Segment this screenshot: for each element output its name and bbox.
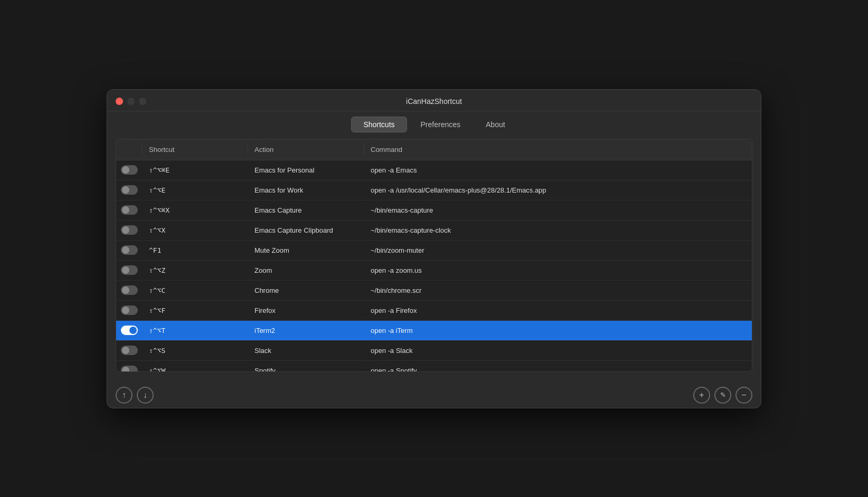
action-cell: Slack: [248, 343, 364, 358]
remove-button[interactable]: −: [735, 387, 752, 404]
window-title: iCanHazShortcut: [406, 97, 462, 106]
toggle-cell: [116, 223, 143, 237]
shortcut-cell: ⇧^⌥S: [143, 343, 248, 358]
close-button[interactable]: [116, 98, 123, 105]
move-up-button[interactable]: ↑: [116, 387, 133, 404]
shortcuts-table: Shortcut Action Command ⇧^⌥⌘EEmacs for P…: [116, 139, 752, 372]
toggle-cell: [116, 203, 143, 217]
title-bar: iCanHazShortcut: [107, 90, 761, 111]
toggle-switch[interactable]: [121, 265, 138, 275]
table-row[interactable]: ⇧^⌥ZZoomopen -a zoom.us: [116, 261, 752, 281]
shortcut-cell: ⇧^⌥Z: [143, 263, 248, 278]
toggle-switch[interactable]: [121, 326, 138, 335]
main-window: iCanHazShortcut Shortcuts Preferences Ab…: [107, 89, 761, 408]
shortcut-cell: ⇧^⌥E: [143, 183, 248, 197]
action-cell: Spotify: [248, 364, 364, 371]
move-down-icon: ↓: [143, 390, 147, 400]
tab-bar: Shortcuts Preferences About: [107, 111, 761, 139]
toggle-switch[interactable]: [121, 185, 138, 195]
command-cell: ~/bin/chrome.scr: [364, 283, 752, 298]
table-row[interactable]: ⇧^⌥SSlackopen -a Slack: [116, 341, 752, 361]
tab-about[interactable]: About: [474, 117, 517, 132]
action-cell: Chrome: [248, 283, 364, 298]
toggle-cell: [116, 323, 143, 337]
col-header-action: Action: [248, 144, 364, 156]
shortcut-cell: ⇧^⌥⌘E: [143, 163, 248, 177]
shortcut-cell: ^F1: [143, 243, 248, 257]
command-cell: open -a Emacs: [364, 163, 752, 177]
table-row[interactable]: ⇧^⌥FFirefoxopen -a Firefox: [116, 301, 752, 321]
table-row[interactable]: ⇧^⌥EEmacs for Workopen -a /usr/local/Cel…: [116, 180, 752, 200]
toggle-cell: [116, 364, 143, 371]
command-cell: ~/bin/emacs-capture: [364, 203, 752, 217]
shortcut-cell: ⇧^⌥X: [143, 223, 248, 237]
action-cell: Firefox: [248, 303, 364, 318]
table-row[interactable]: ⇧^⌥CChrome~/bin/chrome.scr: [116, 281, 752, 301]
maximize-button[interactable]: [139, 98, 146, 105]
command-cell: open -a /usr/local/Cellar/emacs-plus@28/…: [364, 183, 752, 197]
traffic-lights: [116, 98, 146, 105]
toggle-cell: [116, 283, 143, 297]
bottom-bar: ↑ ↓ + ✎ −: [107, 380, 761, 408]
table-body: ⇧^⌥⌘EEmacs for Personalopen -a Emacs⇧^⌥E…: [116, 160, 752, 371]
move-up-icon: ↑: [122, 390, 126, 400]
action-cell: Emacs Capture Clipboard: [248, 223, 364, 237]
remove-icon: −: [741, 390, 746, 400]
table-row[interactable]: ⇧^⌥TiTerm2open -a iTerm: [116, 321, 752, 341]
table-row[interactable]: ⇧^⌥XEmacs Capture Clipboard~/bin/emacs-c…: [116, 221, 752, 241]
toggle-cell: [116, 263, 143, 277]
toggle-cell: [116, 243, 143, 257]
shortcut-cell: ⇧^⌥⌘X: [143, 203, 248, 217]
action-cell: Emacs for Personal: [248, 163, 364, 177]
toggle-switch[interactable]: [121, 165, 138, 175]
command-cell: ~/bin/emacs-capture-clock: [364, 223, 752, 237]
toggle-cell: [116, 163, 143, 177]
toggle-switch[interactable]: [121, 245, 138, 255]
tab-shortcuts[interactable]: Shortcuts: [351, 117, 407, 132]
bottom-right-buttons: + ✎ −: [693, 387, 752, 404]
move-down-button[interactable]: ↓: [137, 387, 154, 404]
tab-preferences[interactable]: Preferences: [409, 117, 472, 132]
action-cell: Mute Zoom: [248, 243, 364, 257]
col-header-shortcut: Shortcut: [143, 144, 248, 156]
edit-icon: ✎: [720, 391, 726, 399]
toggle-switch[interactable]: [121, 205, 138, 215]
table-row[interactable]: ⇧^⌥⌘XEmacs Capture~/bin/emacs-capture: [116, 200, 752, 221]
toggle-cell: [116, 183, 143, 197]
add-button[interactable]: +: [693, 387, 710, 404]
action-cell: Emacs for Work: [248, 183, 364, 197]
bottom-left-buttons: ↑ ↓: [116, 387, 154, 404]
add-icon: +: [699, 390, 704, 400]
table-header: Shortcut Action Command: [116, 139, 752, 160]
toggle-switch[interactable]: [121, 346, 138, 355]
toggle-cell: [116, 343, 143, 357]
action-cell: Zoom: [248, 263, 364, 278]
table-row[interactable]: ⇧^⌥⌘EEmacs for Personalopen -a Emacs: [116, 160, 752, 180]
toggle-switch[interactable]: [121, 305, 138, 315]
command-cell: ~/bin/zoom-muter: [364, 243, 752, 257]
command-cell: open -a Firefox: [364, 303, 752, 318]
shortcut-cell: ⇧^⌥C: [143, 283, 248, 298]
toggle-switch[interactable]: [121, 285, 138, 295]
col-header-command: Command: [364, 144, 752, 156]
toggle-switch[interactable]: [121, 366, 138, 371]
command-cell: open -a iTerm: [364, 323, 752, 338]
col-header-toggle: [116, 144, 143, 156]
shortcut-cell: ⇧^⌥F: [143, 303, 248, 318]
edit-button[interactable]: ✎: [714, 387, 731, 404]
shortcut-cell: ⇧^⌥T: [143, 323, 248, 338]
content-area: Shortcut Action Command ⇧^⌥⌘EEmacs for P…: [107, 139, 761, 380]
action-cell: Emacs Capture: [248, 203, 364, 217]
table-row[interactable]: ⇧^⌥WSpotifyopen -a Spotify: [116, 361, 752, 371]
toggle-cell: [116, 303, 143, 317]
command-cell: open -a Slack: [364, 343, 752, 358]
minimize-button[interactable]: [127, 98, 135, 105]
command-cell: open -a Spotify: [364, 364, 752, 371]
command-cell: open -a zoom.us: [364, 263, 752, 278]
shortcut-cell: ⇧^⌥W: [143, 364, 248, 371]
action-cell: iTerm2: [248, 323, 364, 338]
toggle-switch[interactable]: [121, 225, 138, 235]
table-row[interactable]: ^F1Mute Zoom~/bin/zoom-muter: [116, 241, 752, 261]
